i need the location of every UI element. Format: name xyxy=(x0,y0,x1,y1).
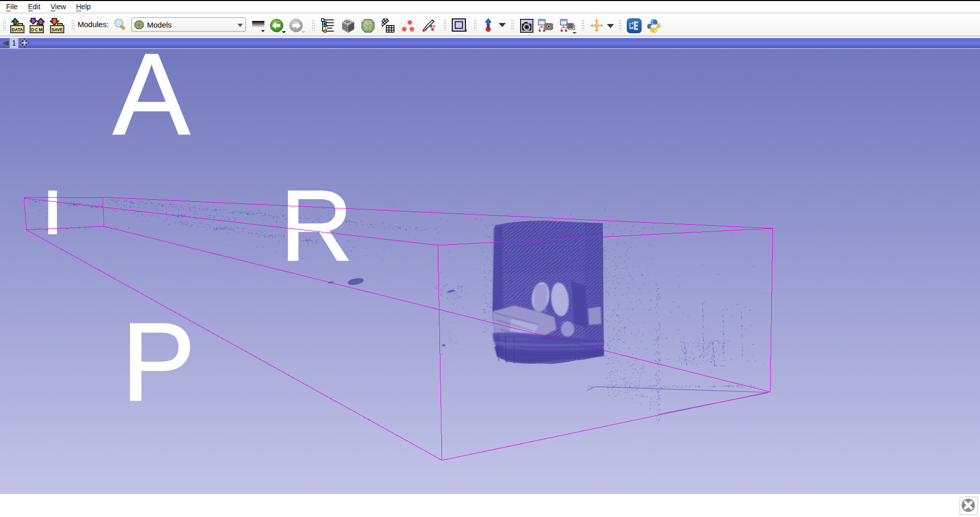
svg-text:1: 1 xyxy=(12,39,16,47)
svg-text:R: R xyxy=(280,169,353,281)
svg-text:View: View xyxy=(51,3,66,11)
svg-text:Edit: Edit xyxy=(28,3,40,11)
svg-text:Modules:: Modules: xyxy=(78,20,109,29)
svg-text:P: P xyxy=(121,300,195,424)
svg-text:A: A xyxy=(113,49,190,159)
svg-text:DCM: DCM xyxy=(31,27,42,32)
svg-text:SAVE: SAVE xyxy=(52,27,63,32)
svg-text:Help: Help xyxy=(76,3,91,11)
svg-text:DATA: DATA xyxy=(12,27,23,32)
svg-text:Models: Models xyxy=(147,20,172,29)
svg-text:File: File xyxy=(6,3,18,11)
